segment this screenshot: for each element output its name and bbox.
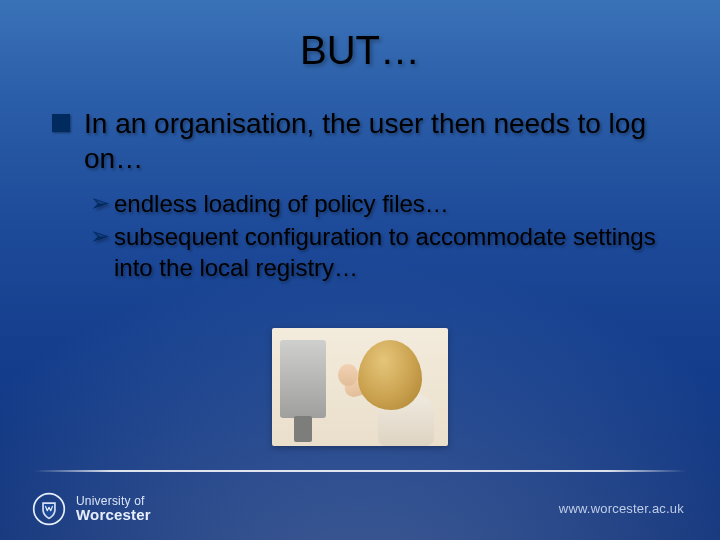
bullet-level1: In an organisation, the user then needs … [52,106,672,176]
shield-icon [32,492,66,526]
logo-line2: Worcester [76,507,151,523]
logo-text: University of Worcester [76,495,151,523]
slide: BUT… In an organisation, the user then n… [0,0,720,540]
sub-bullet-list: ➢ endless loading of policy files… ➢ sub… [90,188,672,284]
slide-title: BUT… [0,28,720,73]
square-bullet-icon [52,114,70,132]
footer: University of Worcester www.worcester.ac… [0,470,720,540]
bullet-level2: ➢ endless loading of policy files… [90,188,672,219]
footer-divider [34,470,686,472]
footer-url: www.worcester.ac.uk [559,501,684,516]
slide-content: In an organisation, the user then needs … [52,106,672,286]
arrow-bullet-icon: ➢ [90,221,110,251]
bullet-level2-text: subsequent configuration to accommodate … [114,221,672,283]
university-logo: University of Worcester [32,492,151,526]
bullet-level1-text: In an organisation, the user then needs … [84,106,672,176]
logo-line1: University of [76,495,151,508]
bullet-level2-text: endless loading of policy files… [114,188,449,219]
monitor-icon [280,340,326,418]
frustrated-user-image [272,328,448,446]
bullet-level2: ➢ subsequent configuration to accommodat… [90,221,672,283]
arrow-bullet-icon: ➢ [90,188,110,218]
